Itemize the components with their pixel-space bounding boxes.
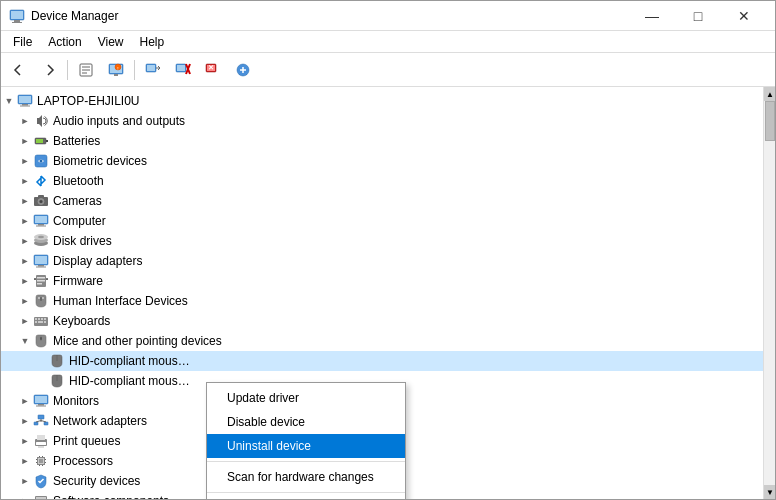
ctx-scan-hardware[interactable]: Scan for hardware changes	[207, 465, 405, 489]
svg-rect-52	[46, 278, 48, 280]
toolbar-back[interactable]	[5, 57, 33, 83]
ctx-separator2	[207, 492, 405, 493]
disk-icon	[33, 233, 49, 249]
biometric-toggle[interactable]: ►	[17, 153, 33, 169]
svg-rect-23	[19, 96, 31, 103]
audio-toggle[interactable]: ►	[17, 113, 33, 129]
scrollbar[interactable]: ▲ ▼	[763, 87, 775, 499]
tree-item-firmware[interactable]: ► Firmware	[1, 271, 763, 291]
tree-item-hid1[interactable]: HID-compliant mous…	[1, 351, 763, 371]
bluetooth-label: Bluetooth	[53, 174, 104, 188]
print-toggle[interactable]: ►	[17, 433, 33, 449]
batteries-toggle[interactable]: ►	[17, 133, 33, 149]
scroll-thumb[interactable]	[765, 101, 775, 141]
maximize-button[interactable]: □	[675, 1, 721, 31]
tree-item-bluetooth[interactable]: ► Bluetooth	[1, 171, 763, 191]
svg-rect-13	[147, 65, 155, 71]
tree-item-keyboards[interactable]: ► Keyboards	[1, 311, 763, 331]
scroll-down[interactable]: ▼	[764, 485, 775, 499]
svg-rect-71	[36, 406, 46, 407]
tree-item-hid[interactable]: ► Human Interface Devices	[1, 291, 763, 311]
svg-rect-61	[35, 321, 37, 323]
disk-toggle[interactable]: ►	[17, 233, 33, 249]
svg-rect-1	[14, 20, 20, 22]
toolbar-forward[interactable]	[35, 57, 63, 83]
tree-item-biometric[interactable]: ► Biometric devices	[1, 151, 763, 171]
svg-rect-15	[177, 65, 185, 71]
minimize-button[interactable]: —	[629, 1, 675, 31]
processors-toggle[interactable]: ►	[17, 453, 33, 469]
svg-rect-34	[38, 195, 44, 198]
ctx-disable-device[interactable]: Disable device	[207, 410, 405, 434]
tree-panel[interactable]: ▼ LAPTOP-EHJILI0U ►	[1, 87, 763, 499]
toolbar-uninstall[interactable]: ✕	[199, 57, 227, 83]
mice-toggle[interactable]: ▼	[17, 333, 33, 349]
batteries-label: Batteries	[53, 134, 100, 148]
menu-view[interactable]: View	[90, 33, 132, 51]
hid-toggle[interactable]: ►	[17, 293, 33, 309]
ctx-properties[interactable]: Properties	[207, 496, 405, 499]
toolbar-sep2	[134, 60, 135, 80]
ctx-update-driver[interactable]: Update driver	[207, 386, 405, 410]
keyboards-toggle[interactable]: ►	[17, 313, 33, 329]
menu-help[interactable]: Help	[132, 33, 173, 51]
svg-rect-60	[44, 318, 46, 320]
toolbar-disable[interactable]	[169, 57, 197, 83]
biometric-icon	[33, 153, 49, 169]
computer-icon	[33, 213, 49, 229]
toolbar-add[interactable]	[229, 57, 257, 83]
menu-action[interactable]: Action	[40, 33, 89, 51]
computer-toggle[interactable]: ►	[17, 213, 33, 229]
monitors-label: Monitors	[53, 394, 99, 408]
tree-item-disk[interactable]: ► Disk drives	[1, 231, 763, 251]
svg-rect-84	[39, 459, 43, 463]
svg-rect-74	[44, 422, 48, 425]
svg-rect-81	[38, 446, 44, 448]
svg-rect-50	[37, 283, 42, 285]
svg-point-53	[38, 297, 40, 299]
network-label: Network adapters	[53, 414, 147, 428]
monitors-toggle[interactable]: ►	[17, 393, 33, 409]
keyboards-icon	[33, 313, 49, 329]
tree-item-cameras[interactable]: ► Cameras	[1, 191, 763, 211]
root-toggle[interactable]: ▼	[1, 93, 17, 109]
network-toggle[interactable]: ►	[17, 413, 33, 429]
menu-file[interactable]: File	[5, 33, 40, 51]
toolbar-scan[interactable]	[139, 57, 167, 83]
svg-rect-87	[45, 459, 46, 460]
svg-rect-38	[36, 226, 46, 227]
ctx-uninstall-device[interactable]: Uninstall device	[207, 434, 405, 458]
softcomp-toggle[interactable]: ►	[17, 493, 33, 499]
svg-rect-65	[40, 337, 42, 340]
close-button[interactable]: ✕	[721, 1, 767, 31]
security-toggle[interactable]: ►	[17, 473, 33, 489]
svg-rect-85	[36, 459, 37, 460]
firmware-toggle[interactable]: ►	[17, 273, 33, 289]
svg-rect-3	[11, 11, 23, 19]
tree-root[interactable]: ▼ LAPTOP-EHJILI0U	[1, 91, 763, 111]
tree-item-mice[interactable]: ▼ Mice and other pointing devices	[1, 331, 763, 351]
tree-item-computer[interactable]: ► Computer	[1, 211, 763, 231]
svg-rect-89	[39, 456, 40, 457]
svg-text:!: !	[117, 65, 118, 70]
disk-label: Disk drives	[53, 234, 112, 248]
cameras-toggle[interactable]: ►	[17, 193, 33, 209]
toolbar-update[interactable]: !	[102, 57, 130, 83]
mice-label: Mice and other pointing devices	[53, 334, 222, 348]
softcomp-label: Software components	[53, 494, 169, 499]
svg-rect-44	[35, 256, 47, 264]
bluetooth-toggle[interactable]: ►	[17, 173, 33, 189]
context-menu: Update driver Disable device Uninstall d…	[206, 382, 406, 499]
toolbar-properties[interactable]	[72, 57, 100, 83]
window-controls: — □ ✕	[629, 1, 767, 31]
tree-item-batteries[interactable]: ► Batteries	[1, 131, 763, 151]
toolbar-sep1	[67, 60, 68, 80]
tree-item-audio[interactable]: ► Audio inputs and outputs	[1, 111, 763, 131]
hid2-toggle-spacer	[33, 373, 49, 389]
display-toggle[interactable]: ►	[17, 253, 33, 269]
scroll-up[interactable]: ▲	[764, 87, 775, 101]
tree-item-display[interactable]: ► Display adapters	[1, 251, 763, 271]
svg-line-77	[41, 421, 46, 423]
app-icon	[9, 8, 25, 24]
svg-rect-28	[36, 139, 43, 143]
